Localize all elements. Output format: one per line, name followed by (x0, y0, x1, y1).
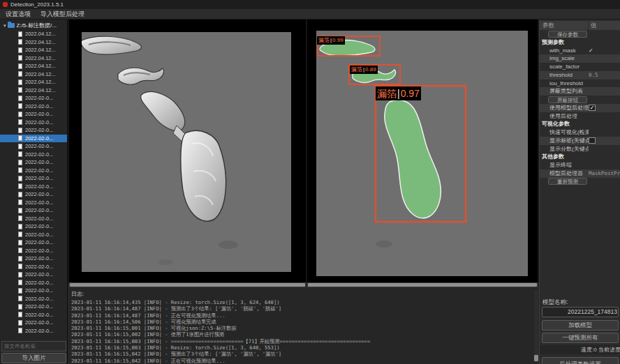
predict-all-button[interactable]: 一键预测所有 (542, 333, 619, 343)
file-icon (18, 128, 22, 133)
vertical-scrollbar[interactable] (534, 290, 538, 363)
param-value[interactable]: ✓ (589, 47, 620, 55)
original-image-panel[interactable] (69, 20, 306, 282)
tree-item[interactable]: 2022-02-0... (0, 199, 68, 207)
param-row-button[interactable]: 屏蔽按钮 (548, 96, 587, 103)
param-row[interactable]: 模型后处理器 MaskPostPro 模型后处理器 (540, 169, 620, 178)
prediction-image-panel[interactable]: 漏箔|0.99 漏箔|0.89 漏箔|0.97 (307, 20, 538, 282)
tree-item[interactable]: 2022.04.12... (0, 54, 68, 63)
tree-item[interactable]: 2022-02-0... (0, 167, 68, 175)
param-row[interactable]: 保存参数 保存参数 (540, 30, 620, 38)
tree-item[interactable]: 2022.04.12... (0, 70, 68, 79)
tree-item[interactable]: 2022-02-0... (0, 255, 68, 263)
param-row[interactable]: 可视化参数 可视化参数 (540, 120, 620, 128)
tree-item[interactable]: 2022-02-0... (0, 206, 68, 215)
tree-item[interactable]: 2022-02-0... (0, 238, 68, 247)
tree-item[interactable]: 2022-02-0... (0, 142, 68, 151)
tree-item[interactable]: 2022-02-0... (0, 103, 68, 111)
scrollbar-handle[interactable] (308, 283, 537, 287)
param-row[interactable]: 预测参数 预测参数 (540, 38, 620, 47)
tree-item[interactable]: 2022-02-0... (0, 311, 68, 319)
param-value[interactable] (589, 137, 596, 144)
param-row[interactable]: img_scale img_scale (540, 54, 620, 63)
param-row[interactable]: 显示终端 显示终端 (540, 161, 620, 169)
tree-item-label: 2022-02-0... (25, 319, 53, 327)
param-value[interactable]: MaskPostPro (589, 169, 620, 178)
tree-item[interactable]: 2022.04.12... (0, 46, 68, 54)
tree-item[interactable]: 2022-02-0... (0, 263, 68, 271)
tree-item[interactable]: 2022-02-0... (0, 119, 68, 127)
search-input[interactable] (1, 341, 66, 351)
param-value[interactable]: ✓ (589, 105, 596, 111)
import-images-button[interactable]: 导入图片 (1, 353, 66, 363)
tree-item[interactable]: 2022-02-0... (0, 287, 68, 295)
tree-item[interactable]: 2022-02-0... (0, 94, 68, 103)
scrollbar-handle[interactable] (70, 283, 305, 287)
tree-item-label: 2022-02-0... (25, 263, 53, 271)
param-row[interactable]: 屏蔽类型列表 屏蔽类型列表 (540, 87, 620, 96)
param-row[interactable]: iou_threshold iou_threshold (540, 79, 620, 88)
file-icon (18, 296, 22, 301)
log-title: 日志: (71, 290, 539, 298)
tree-item[interactable]: 2022-02-0... (0, 295, 68, 303)
horizontal-scrollbar[interactable] (69, 282, 306, 287)
file-icon (18, 248, 22, 253)
scrollbar-handle[interactable] (534, 355, 538, 361)
file-icon (18, 119, 22, 125)
param-row[interactable]: 显示分数(关键点) 显示分数(关键点) (540, 145, 620, 153)
tree-item[interactable]: 2022-02-0... (0, 110, 68, 119)
tree-item[interactable]: 2022-02-0... (0, 231, 68, 239)
tree-item[interactable]: 2022.04.12... (0, 38, 68, 47)
tree-item-label: 2022.04.12... (25, 46, 56, 54)
file-icon (18, 264, 22, 269)
tree-item[interactable]: 2022-02-0... (0, 247, 68, 255)
tree-item[interactable]: 2022.04.12... (0, 78, 68, 86)
tree-item[interactable]: 2022-02-0... (0, 319, 68, 327)
tree-item[interactable]: 2022-02-0... (0, 183, 68, 191)
horizontal-scrollbar[interactable] (307, 282, 538, 287)
model-name-field[interactable]: 20221225_174813 (542, 307, 619, 317)
param-row[interactable]: 重新预测 重新预测 (540, 178, 620, 186)
tree-item[interactable]: 2022.04.12... (0, 62, 68, 70)
menu-import-post[interactable]: 导入模型后处理 (40, 10, 84, 19)
param-row[interactable]: 使用模型后处理 ✓ 使用模型后处理 (540, 104, 620, 112)
tree-item-label: 2022-02-0... (25, 327, 53, 335)
param-row[interactable]: threshold 0.5 threshold (540, 71, 620, 79)
tree-item[interactable]: 2022.04.12... (0, 30, 68, 38)
menu-settings[interactable]: 设置选项 (6, 10, 31, 19)
param-value[interactable]: 0.5 (589, 71, 620, 79)
tree-item[interactable]: 2022-02-0... (0, 158, 68, 167)
param-row-button[interactable]: 重新预测 (548, 178, 587, 185)
param-row-button[interactable]: 保存参数 (548, 31, 587, 38)
tree-item[interactable]: 2022-02-0... (0, 126, 68, 135)
param-row[interactable]: scale_factor scale_factor (540, 63, 620, 71)
app-logo-icon (3, 2, 8, 7)
prediction-overlay (316, 31, 528, 276)
tree-item[interactable]: 2022-02-0... (0, 222, 68, 231)
param-row[interactable]: 使用后处理 使用后处理 (540, 112, 620, 121)
tree-item[interactable]: 2022-02-0... (0, 190, 68, 199)
tree-item[interactable]: 2022-02-0... (0, 303, 68, 311)
tree-item[interactable]: 2022-02-0... (0, 135, 68, 143)
param-label: 屏蔽类型列表 (540, 87, 589, 96)
tree-item[interactable]: 2022-02-0... (0, 279, 68, 287)
file-icon (18, 199, 22, 205)
tree-item[interactable]: 2022-02-0... (0, 271, 68, 279)
tree-item[interactable]: 2022-02-0... (0, 215, 68, 223)
tree-item[interactable]: 2022-02-0... (0, 151, 68, 159)
log-console[interactable]: 日志: 2023-01-11 16:16:14,435 |INFO| - Res… (68, 288, 539, 364)
load-model-button[interactable]: 加载模型 (542, 320, 619, 331)
param-row[interactable]: 显示标签(关键点) 显示标签(关键点) (540, 137, 620, 145)
param-row[interactable]: 其他参数 其他参数 (540, 153, 620, 161)
param-row[interactable]: 快速可视化(检测) 快速可视化(检测) (540, 128, 620, 137)
tree-item[interactable]: 2022.04.12... (0, 86, 68, 95)
tree-item[interactable]: 2022-02-0... (0, 327, 68, 335)
tree-root-label: Z:/5-标注数据/... (17, 21, 57, 30)
param-row[interactable]: 屏蔽按钮 屏蔽按钮 (540, 96, 620, 104)
tree-root-folder[interactable]: ▾ Z:/5-标注数据/... (0, 21, 68, 30)
param-row[interactable]: with_mask ✓ with_mask (540, 47, 620, 55)
tree-item[interactable]: 2022-02-0... (0, 174, 68, 183)
postprocess-settings-button[interactable]: 后处理参数设置 (542, 357, 619, 364)
file-icon (18, 224, 22, 229)
window-title: Detection_2023.1.5.1 (10, 1, 64, 8)
